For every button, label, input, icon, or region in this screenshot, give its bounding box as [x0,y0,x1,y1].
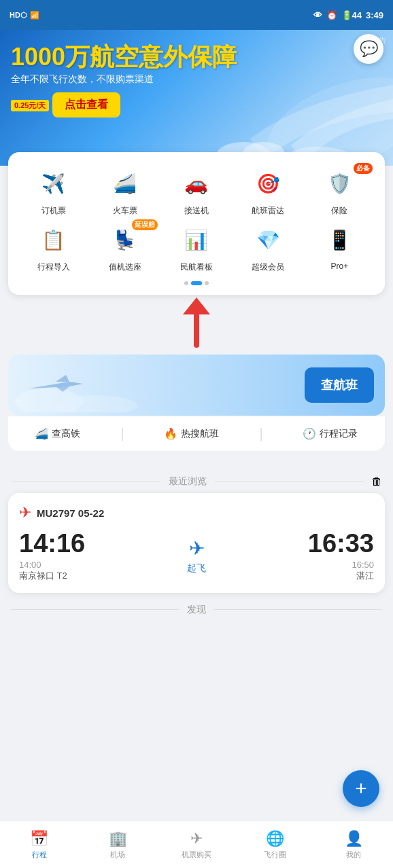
right-divider [215,482,364,482]
chat-bubble-button[interactable]: 💬 [354,34,383,64]
svg-marker-5 [183,297,210,314]
pro-icon: 📱 [322,222,357,257]
banner-cta-button[interactable]: 点击查看 [52,92,120,117]
checkin-badge: 延误赔 [132,219,158,230]
quick-link-hot-flights[interactable]: 🔥 热搜航班 [164,427,219,440]
separator-1: | [120,426,124,441]
menu-item-pro[interactable]: 📱 Pro+ [304,222,375,273]
clock-icon: 🕐 [303,427,316,440]
itinerary-nav-label: 行程 [32,850,47,860]
menu-item-radar[interactable]: 🎯 航班雷达 [233,166,304,217]
radar-label: 航班雷达 [252,205,284,217]
train-ql-icon: 🚄 [35,427,48,440]
fire-icon: 🔥 [164,427,177,440]
quick-link-train[interactable]: 🚄 查高铁 [35,427,80,440]
discover-right-divider [214,609,382,610]
separator-2: | [259,426,262,441]
departure-scheduled: 14:00 [19,560,85,570]
itinerary-record-label: 行程记录 [320,428,358,440]
menu-item-transfer[interactable]: 🚗 接送机 [160,166,232,217]
nav-item-airport[interactable]: 🏢 机场 [97,830,138,860]
vip-label: 超级会员 [252,261,284,273]
nav-item-mine[interactable]: 👤 我的 [333,830,374,860]
itinerary-nav-icon: 📅 [30,830,48,848]
mine-nav-label: 我的 [346,850,361,860]
flight-times: 14:16 14:00 南京禄口 T2 ✈ 起飞 16:33 16:50 湛江 [19,530,374,582]
dot-2 [191,281,202,285]
search-plane-illustration [15,365,151,412]
itinerary-import-label: 行程导入 [37,261,70,273]
insurance-label: 保险 [331,205,347,217]
flight-status-middle: ✈ 起飞 [187,537,206,575]
flight-card[interactable]: ✈ MU2797 05-22 14:16 14:00 南京禄口 T2 ✈ 起飞 … [8,493,385,593]
status-carrier: HD⬡ 📶 [10,11,39,20]
mine-nav-icon: 👤 [345,830,363,848]
dot-1 [184,281,188,285]
menu-item-insurance[interactable]: 🛡️ 保险 必备 [304,166,375,217]
airline-logo-icon: ✈ [19,504,31,522]
flight-plane-icon: ✈ [189,537,205,560]
nav-item-flight-circle[interactable]: 🌐 飞行圈 [255,830,296,860]
transfer-icon: 🚗 [179,166,214,201]
train-label: 火车票 [113,205,137,217]
alarm-icon: ⏰ [326,10,337,20]
delete-icon[interactable]: 🗑 [371,475,382,488]
radar-icon: 🎯 [250,166,286,201]
nav-item-itinerary[interactable]: 📅 行程 [19,830,60,860]
search-flight-button[interactable]: 查航班 [305,367,374,403]
arrival-time: 16:33 [308,530,374,558]
search-section: 查航班 [8,355,385,416]
discover-left-divider [11,609,179,610]
itinerary-import-icon: 📋 [36,222,71,257]
train-ql-label: 查高铁 [52,428,80,440]
nav-item-ticket-purchase[interactable]: ✈ 机票购买 [176,830,217,860]
train-icon: 🚄 [107,166,143,201]
aviation-board-icon: 📊 [179,222,214,257]
discover-section-header: 发现 [0,604,393,616]
circle-nav-icon: 🌐 [266,830,284,848]
hot-flights-label: 热搜航班 [181,428,219,440]
left-divider [11,482,160,482]
airport-nav-icon: 🏢 [109,830,127,848]
menu-item-vip[interactable]: 💎 超级会员 [233,222,304,273]
ticket-nav-icon: ✈ [190,830,203,848]
banner-price: 0.25元/天 [11,100,49,111]
checkin-label: 值机选座 [109,261,141,273]
flights-icon: ✈️ [36,166,71,201]
menu-item-train[interactable]: 🚄 火车票 [89,166,160,217]
departure-airport: 南京禄口 T2 [19,570,85,582]
quick-link-itinerary-record[interactable]: 🕐 行程记录 [303,427,358,440]
menu-item-itinerary-import[interactable]: 📋 行程导入 [18,222,89,273]
promo-banner: 1000万航空意外保障 全年不限飞行次数，不限购票渠道 0.25元/天 点击查看… [0,30,393,166]
signal-icon: 📶 [30,11,39,20]
transfer-label: 接送机 [184,205,209,217]
banner-title: 1000万航空意外保障 [11,43,237,71]
takeoff-status-label: 起飞 [187,562,206,575]
menu-item-checkin[interactable]: 💺 值机选座 延误赔 [89,222,160,273]
airport-nav-label: 机场 [110,850,125,860]
hd-icon: HD⬡ [10,11,27,20]
chat-icon: 💬 [360,40,378,58]
insurance-badge: 必备 [354,163,373,174]
flight-header: ✈ MU2797 05-22 [19,504,374,522]
ticket-nav-label: 机票购买 [182,850,211,860]
flights-label: 订机票 [41,205,66,217]
fab-add-button[interactable]: + [343,770,379,807]
arrival-city: 湛江 [308,570,374,582]
eye-icon: 👁 [313,10,322,20]
quick-links-bar: 🚄 查高铁 | 🔥 热搜航班 | 🕐 行程记录 [8,416,385,451]
menu-item-flights[interactable]: ✈️ 订机票 [18,166,89,217]
menu-item-aviation-board[interactable]: 📊 民航看板 [160,222,232,273]
flight-number: MU2797 05-22 [37,507,104,519]
arrival-block: 16:33 16:50 湛江 [308,530,374,582]
aviation-board-label: 民航看板 [180,261,213,273]
status-right: 👁 ⏰ 🔋44 3:49 [313,10,384,20]
dot-3 [205,281,209,285]
menu-icon-grid: ✈️ 订机票 🚄 火车票 🚗 接送机 🎯 航班雷达 🛡️ 保险 必备 📋 行程导… [15,166,378,273]
red-arrow-svg [176,297,217,352]
battery-icon: 🔋44 [341,10,362,20]
page-indicator [15,281,378,285]
status-bar: HD⬡ 📶 👁 ⏰ 🔋44 3:49 [0,0,393,30]
vip-icon: 💎 [250,222,286,257]
main-menu-card: ✈️ 订机票 🚄 火车票 🚗 接送机 🎯 航班雷达 🛡️ 保险 必备 📋 行程导… [8,152,385,295]
